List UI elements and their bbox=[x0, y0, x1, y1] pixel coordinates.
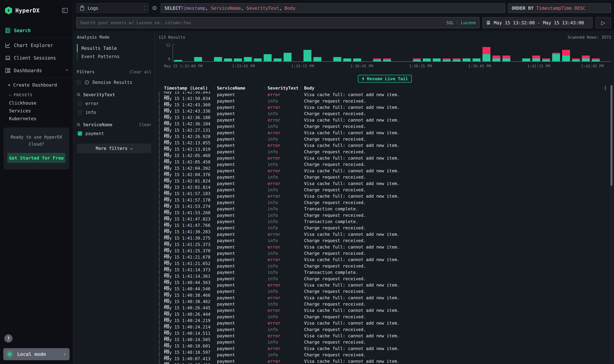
table-row[interactable]: May 15 1:41:30.275 PMpaymentinfoCharge r… bbox=[158, 237, 611, 244]
table-row[interactable]: May 15 1:41:14.373 PMpaymentinfoTransact… bbox=[158, 269, 611, 275]
table-row[interactable]: May 15 1:42:01.824 PMpaymenterrorVisa ca… bbox=[158, 180, 611, 186]
histogram-bar[interactable] bbox=[582, 44, 590, 61]
chevron-up-icon[interactable] bbox=[66, 69, 68, 72]
histogram-bar[interactable] bbox=[323, 44, 331, 61]
checkbox-payment[interactable]: ✓ bbox=[78, 131, 82, 136]
clear-all-link[interactable]: Clear all bbox=[130, 69, 151, 74]
order-by-input[interactable]: ORDER BY TimestampTime DESC bbox=[508, 3, 611, 13]
row-expander[interactable] bbox=[158, 352, 164, 357]
row-expander[interactable] bbox=[158, 92, 164, 97]
table-row[interactable]: May 15 1:42:27.131 PMpaymenterrorVisa ca… bbox=[158, 130, 611, 136]
preset-item-services[interactable]: Services bbox=[0, 107, 73, 115]
table-row[interactable]: May 15 1:40:44.563 PMpaymenterrorVisa ca… bbox=[158, 282, 611, 288]
col-header-severitytext[interactable]: SeverityText bbox=[268, 86, 304, 91]
source-select[interactable]: Logs bbox=[76, 3, 148, 13]
table-row[interactable]: May 15 1:41:47.823 PMpaymentinfoTransact… bbox=[158, 218, 611, 225]
histogram-bar[interactable] bbox=[214, 44, 222, 61]
histogram-bar[interactable] bbox=[403, 44, 411, 61]
row-expander[interactable] bbox=[158, 137, 164, 142]
row-expander[interactable] bbox=[158, 289, 164, 294]
presets-toggle[interactable]: PRESETS bbox=[0, 91, 73, 99]
more-filters-button[interactable]: More filters bbox=[77, 143, 151, 153]
table-row[interactable]: May 15 1:42:04.392 PMpaymenterrorVisa ca… bbox=[158, 168, 611, 174]
histogram-bar[interactable] bbox=[303, 44, 311, 61]
table-row[interactable]: May 15 1:40:14.505 PMpaymentinfoCharge r… bbox=[158, 339, 611, 345]
histogram-bar[interactable] bbox=[264, 44, 272, 61]
row-expander[interactable] bbox=[158, 263, 164, 269]
histogram-bar[interactable] bbox=[224, 44, 232, 61]
table-row[interactable]: May 15 1:41:53.274 PMpaymentinfoTransact… bbox=[158, 206, 611, 212]
table-row[interactable]: May 15 1:42:13.019 PMpaymentinfoCharge r… bbox=[158, 149, 611, 155]
table-row[interactable]: May 15 1:40:24.219 PMpaymenterrorVisa ca… bbox=[158, 320, 611, 326]
row-expander[interactable] bbox=[158, 232, 164, 237]
row-expander[interactable] bbox=[158, 339, 164, 345]
row-expander[interactable] bbox=[158, 270, 164, 275]
histogram-bar[interactable] bbox=[423, 44, 431, 61]
filter-option-payment[interactable]: ✓payment bbox=[78, 131, 152, 136]
row-expander[interactable] bbox=[158, 301, 164, 307]
lang-sql-option[interactable]: SQL bbox=[446, 20, 454, 25]
row-expander[interactable] bbox=[158, 187, 164, 192]
histogram-bar[interactable] bbox=[522, 44, 530, 61]
row-expander[interactable] bbox=[158, 143, 164, 148]
histogram-bar[interactable] bbox=[363, 44, 371, 61]
row-expander[interactable] bbox=[158, 130, 164, 135]
histogram-bar[interactable] bbox=[542, 44, 550, 61]
row-expander[interactable] bbox=[158, 117, 164, 123]
table-row[interactable]: May 15 1:42:05.450 PMpaymentinfoCharge r… bbox=[158, 161, 611, 168]
histogram-bar[interactable] bbox=[562, 44, 570, 61]
search-input[interactable] bbox=[80, 20, 446, 25]
row-expander[interactable] bbox=[158, 314, 164, 319]
histogram-bar[interactable] bbox=[492, 44, 500, 61]
table-row[interactable]: May 15 1:41:57.183 PMpaymenterrorVisa ca… bbox=[158, 193, 611, 199]
histogram-bar[interactable] bbox=[552, 44, 560, 61]
histogram-bar[interactable] bbox=[433, 44, 441, 61]
table-row[interactable]: May 15 1:40:38.462 PMpaymentinfoCharge r… bbox=[158, 301, 611, 307]
row-expander[interactable] bbox=[158, 124, 164, 129]
table-row[interactable]: May 15 1:40:44.546 PMpaymentinfoCharge r… bbox=[158, 288, 611, 295]
help-button[interactable]: ? bbox=[4, 334, 13, 343]
table-row[interactable]: May 15 1:42:13.055 PMpaymenterrorVisa ca… bbox=[158, 142, 611, 148]
histogram-bar[interactable] bbox=[174, 44, 182, 61]
table-row[interactable]: May 15 1:40:26.445 PMpaymenterrorVisa ca… bbox=[158, 307, 611, 313]
histogram-bar[interactable] bbox=[184, 44, 192, 61]
table-row[interactable]: May 15 1:40:10.597 PMpaymentinfoCharge r… bbox=[158, 352, 611, 358]
histogram-bar[interactable] bbox=[472, 44, 481, 61]
row-expander[interactable] bbox=[158, 359, 164, 364]
filter-option-info[interactable]: info bbox=[78, 110, 152, 115]
sidebar-item-chart-explorer[interactable]: Chart Explorer bbox=[0, 39, 73, 52]
lang-lucene-option[interactable]: Lucene bbox=[461, 20, 476, 25]
table-row[interactable]: May 15 1:42:36.188 PMpaymenterrorVisa ca… bbox=[158, 117, 611, 123]
checkbox-info[interactable] bbox=[78, 110, 82, 115]
sidebar-item-dashboards[interactable]: Dashboards bbox=[0, 64, 73, 77]
row-expander[interactable] bbox=[158, 276, 164, 281]
scrollbar-thumb[interactable] bbox=[611, 85, 613, 186]
col-header-body[interactable]: Body bbox=[304, 86, 602, 91]
table-row[interactable]: May 15 1:42:26.920 PMpaymentinfoCharge r… bbox=[158, 136, 611, 142]
histogram-plot[interactable]: May 15 1:32:00 PM1:33:45 PM1:35:15 PM1:3… bbox=[173, 44, 611, 62]
histogram-bar[interactable] bbox=[353, 44, 361, 61]
table-options-kebab-icon[interactable]: ⋮ bbox=[603, 85, 608, 91]
preset-item-clickhouse[interactable]: Clickhouse bbox=[0, 99, 73, 107]
table-row[interactable]: May 15 1:41:21.678 PMpaymenterrorVisa ca… bbox=[158, 256, 611, 263]
table-row[interactable]: May 15 1:41:53.260 PMpaymentinfoCharge r… bbox=[158, 212, 611, 218]
row-expander[interactable] bbox=[158, 295, 164, 300]
row-expander[interactable] bbox=[158, 111, 164, 116]
col-header-timestamp[interactable]: Timestamp (Local) bbox=[164, 86, 217, 91]
histogram-bar[interactable] bbox=[194, 44, 202, 61]
row-expander[interactable] bbox=[158, 321, 164, 325]
histogram-bar[interactable] bbox=[463, 44, 470, 61]
histogram-bar[interactable] bbox=[512, 44, 520, 61]
histogram-bar[interactable] bbox=[383, 44, 391, 61]
row-expander[interactable] bbox=[158, 333, 164, 338]
sidebar-collapse-icon[interactable] bbox=[62, 8, 68, 13]
table-row[interactable]: May 15 1:42:04.376 PMpaymentinfoCharge r… bbox=[158, 174, 611, 180]
histogram-bar[interactable] bbox=[244, 44, 252, 61]
table-row[interactable]: May 15 1:40:14.511 PMpaymenterrorVisa ca… bbox=[158, 333, 611, 339]
denoise-checkbox-row[interactable]: Denoise Results bbox=[77, 80, 152, 85]
sidebar-item-search[interactable]: Search bbox=[0, 24, 73, 37]
table-row[interactable]: May 15 1:42:50.834 PMpaymentinfoCharge r… bbox=[158, 98, 611, 104]
select-query-input[interactable]: SELECT Timestamp, ServiceName, SeverityT… bbox=[161, 3, 505, 13]
histogram-bar[interactable] bbox=[532, 44, 540, 61]
histogram-bar[interactable] bbox=[234, 44, 242, 61]
